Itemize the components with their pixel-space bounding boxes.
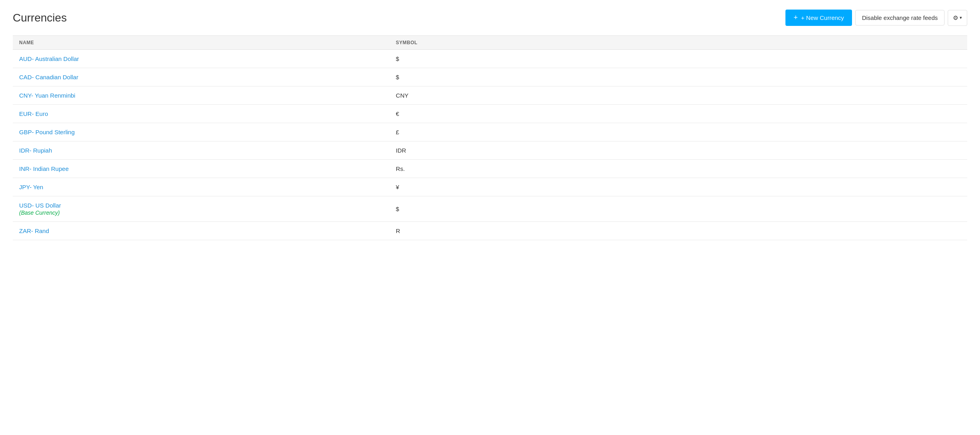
table-row: CAD- Canadian Dollar$	[13, 68, 967, 86]
currency-name-wrapper: INR- Indian Rupee	[19, 165, 396, 172]
currency-name-link[interactable]: IDR- Rupiah	[19, 147, 396, 154]
currency-name-link[interactable]: AUD- Australian Dollar	[19, 55, 396, 62]
plus-icon: +	[793, 14, 798, 22]
table-row: INR- Indian RupeeRs.	[13, 160, 967, 178]
currency-name-wrapper: CNY- Yuan Renminbi	[19, 92, 396, 99]
currency-name-link[interactable]: CAD- Canadian Dollar	[19, 74, 396, 80]
currency-name-link[interactable]: USD- US Dollar	[19, 202, 396, 209]
currency-name-link[interactable]: EUR- Euro	[19, 110, 396, 117]
currency-symbol: CNY	[396, 92, 961, 99]
page-title: Currencies	[13, 12, 67, 24]
currency-symbol: $	[396, 206, 961, 212]
currency-symbol: €	[396, 110, 961, 117]
currency-name-link[interactable]: GBP- Pound Sterling	[19, 129, 396, 135]
gear-icon: ⚙	[953, 14, 958, 22]
currency-name-link[interactable]: INR- Indian Rupee	[19, 165, 396, 172]
new-currency-button[interactable]: + + New Currency	[785, 10, 852, 26]
currency-symbol: $	[396, 55, 961, 62]
settings-button[interactable]: ⚙ ▾	[948, 10, 967, 26]
table-row: JPY- Yen¥	[13, 178, 967, 196]
page-container: Currencies + + New Currency Disable exch…	[0, 0, 980, 250]
currency-name-wrapper: USD- US Dollar(Base Currency)	[19, 202, 396, 216]
table-row: CNY- Yuan RenminbiCNY	[13, 86, 967, 105]
currency-name-link[interactable]: ZAR- Rand	[19, 227, 396, 234]
currency-symbol: IDR	[396, 147, 961, 154]
currency-name-wrapper: CAD- Canadian Dollar	[19, 74, 396, 80]
new-currency-label: + New Currency	[801, 14, 844, 21]
table-body: AUD- Australian Dollar$CAD- Canadian Dol…	[13, 50, 967, 240]
disable-feeds-label: Disable exchange rate feeds	[862, 14, 938, 21]
currency-symbol: ¥	[396, 184, 961, 190]
table-row: ZAR- RandR	[13, 222, 967, 240]
currency-symbol: R	[396, 227, 961, 234]
table-row: IDR- RupiahIDR	[13, 141, 967, 160]
currency-name-wrapper: JPY- Yen	[19, 184, 396, 190]
currency-name-wrapper: GBP- Pound Sterling	[19, 129, 396, 135]
disable-feeds-button[interactable]: Disable exchange rate feeds	[855, 10, 945, 25]
settings-dropdown-arrow: ▾	[960, 15, 962, 20]
currency-name-wrapper: ZAR- Rand	[19, 227, 396, 234]
currency-name-link[interactable]: CNY- Yuan Renminbi	[19, 92, 396, 99]
currency-name-link[interactable]: JPY- Yen	[19, 184, 396, 190]
currency-name-wrapper: AUD- Australian Dollar	[19, 55, 396, 62]
base-currency-label: (Base Currency)	[19, 210, 396, 216]
col-header-name: NAME	[19, 40, 396, 45]
currency-symbol: £	[396, 129, 961, 135]
currency-name-wrapper: EUR- Euro	[19, 110, 396, 117]
header-actions: + + New Currency Disable exchange rate f…	[785, 10, 967, 26]
table-row: GBP- Pound Sterling£	[13, 123, 967, 141]
col-header-symbol: SYMBOL	[396, 40, 961, 45]
currency-symbol: Rs.	[396, 165, 961, 172]
currency-symbol: $	[396, 74, 961, 80]
table-row: USD- US Dollar(Base Currency)$	[13, 196, 967, 222]
currency-name-wrapper: IDR- Rupiah	[19, 147, 396, 154]
page-header: Currencies + + New Currency Disable exch…	[13, 10, 967, 26]
currency-table: NAME SYMBOL AUD- Australian Dollar$CAD- …	[13, 35, 967, 240]
table-row: AUD- Australian Dollar$	[13, 50, 967, 68]
table-row: EUR- Euro€	[13, 105, 967, 123]
table-header: NAME SYMBOL	[13, 36, 967, 50]
